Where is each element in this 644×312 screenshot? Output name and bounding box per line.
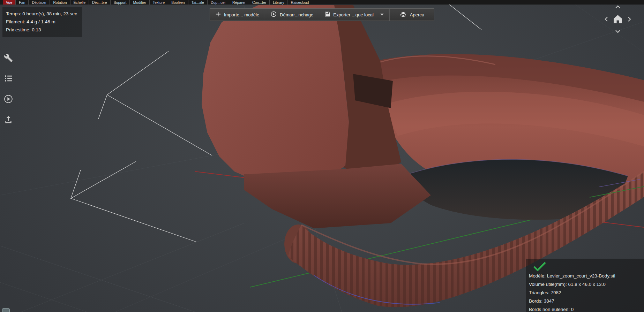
export-label: Exporter ...que local: [333, 12, 374, 17]
wrench-icon[interactable]: [3, 53, 13, 63]
stat-price: Prix estime: 0.13: [6, 26, 77, 34]
caret-down-icon[interactable]: [380, 14, 384, 16]
chevron-left-icon[interactable]: [604, 16, 609, 22]
upload-icon[interactable]: [3, 115, 13, 124]
menu-item-connecter[interactable]: Con...ter: [249, 0, 269, 5]
model-info-panel: Modèle: Levier_zoom_court_v23-Body.stl V…: [526, 259, 644, 312]
menu-bar: Vue Fan Déplacer Rotation Échelle Déc...…: [0, 0, 644, 5]
menu-item-decoupe-libre[interactable]: Déc...bre: [89, 0, 110, 5]
stat-filament: Filament: 4.4 g / 1.46 m: [6, 18, 77, 26]
model-wall: [244, 164, 431, 228]
info-triangles: Triangles: 7982: [529, 289, 639, 297]
import-model-label: Importe... modèle: [224, 12, 259, 17]
layers-icon: [400, 12, 407, 18]
stat-time: Temps: 0 heure(s), 38 min, 23 sec: [6, 10, 77, 18]
check-icon: [533, 261, 639, 272]
print-stats-panel: Temps: 0 heure(s), 38 min, 23 sec Filame…: [2, 7, 82, 37]
info-model-name: Modèle: Levier_zoom_court_v23-Body.stl: [529, 272, 639, 280]
menu-item-reparer[interactable]: Réparer: [229, 0, 249, 5]
menu-item-texture[interactable]: Texture: [149, 0, 168, 5]
info-volume: Volume utile(mm): 61.8 x 46.0 x 13.0: [529, 280, 639, 289]
menu-item-vue[interactable]: Vue: [3, 0, 15, 5]
info-edges: Bords: 3847: [529, 297, 639, 305]
plus-icon: [216, 12, 221, 18]
import-model-button[interactable]: Importe... modèle: [210, 9, 265, 21]
menu-item-rotation[interactable]: Rotation: [50, 0, 70, 5]
export-button[interactable]: Exporter ...que local: [319, 9, 390, 21]
bottom-left-icon[interactable]: [2, 308, 10, 312]
menu-item-modifier[interactable]: Modifier: [129, 0, 149, 5]
chevron-down-icon[interactable]: [615, 29, 621, 34]
menu-item-booleen[interactable]: Booléen: [168, 0, 188, 5]
menu-item-raisecloud[interactable]: Raisecloud: [287, 0, 312, 5]
list-icon[interactable]: [3, 74, 13, 83]
main-toolbar: Importe... modèle Démarr...nchage Export…: [210, 8, 434, 21]
chevron-up-icon[interactable]: [615, 4, 621, 10]
model-head: [202, 5, 349, 185]
menu-item-echelle[interactable]: Échelle: [70, 0, 89, 5]
preview-button[interactable]: Apercu: [390, 9, 434, 21]
save-icon: [325, 12, 330, 18]
start-slicing-label: Démarr...nchage: [280, 12, 313, 17]
side-toolbar: [3, 53, 13, 124]
menu-item-taille[interactable]: Tai...ale: [188, 0, 207, 5]
play-circle-icon: [271, 11, 277, 18]
menu-item-library[interactable]: Library: [269, 0, 287, 5]
info-non-euler-edges: Bords non eulerien: 0: [529, 305, 639, 312]
preview-label: Apercu: [410, 12, 424, 17]
menu-item-dupliquer[interactable]: Dup...uer: [207, 0, 229, 5]
view-nav-cluster: [601, 4, 634, 36]
start-slicing-button[interactable]: Démarr...nchage: [265, 9, 319, 21]
chevron-right-icon[interactable]: [627, 16, 632, 22]
menu-item-fan[interactable]: Fan: [15, 0, 28, 5]
play-circle-icon[interactable]: [3, 94, 13, 104]
home-icon[interactable]: [612, 13, 624, 25]
menu-item-deplacer[interactable]: Déplacer: [28, 0, 50, 5]
menu-item-support[interactable]: Support: [110, 0, 130, 5]
